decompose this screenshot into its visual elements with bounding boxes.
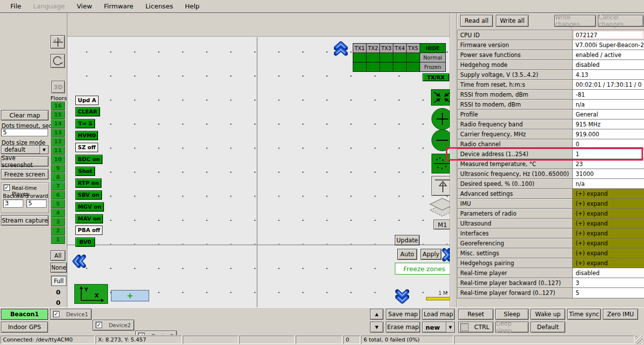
time-sync-button[interactable]: Time sync [567,309,601,320]
view-3d-button[interactable]: 3D [52,81,65,93]
pan-down-chevron-icon[interactable] [395,289,409,304]
update-button[interactable]: Update [395,235,420,245]
read-all-button[interactable]: Read all [460,15,493,27]
indoor-gps-tab[interactable]: Indoor GPS [1,322,48,333]
param-expand-cell[interactable]: (+) expand [573,219,644,228]
param-expand-cell[interactable]: (+) expand [573,229,644,238]
write-changes-button[interactable]: Write changes [554,15,596,27]
map-button-sbv-on[interactable]: SBV on [75,190,102,200]
menu-item-file[interactable]: File [5,1,27,11]
txrx-button[interactable]: TX/RX [423,73,449,81]
map-button-upd-a[interactable]: Upd A [75,96,99,105]
tx-state-cell[interactable] [406,62,420,72]
menu-item-help[interactable]: Help [179,1,205,11]
dots-size-select[interactable]: default ▼ [1,145,49,154]
floor-button-8[interactable]: 8 [51,173,65,181]
tx-state-cell[interactable] [366,62,380,72]
map-button-pba-off[interactable]: PBA off [75,226,103,235]
apply-button[interactable]: Apply [421,249,441,260]
floors-all-button[interactable]: All [51,250,65,261]
menu-item-licenses[interactable]: Licenses [140,1,178,11]
tx-header-cell[interactable]: TX2 [366,43,380,53]
default-button[interactable]: Default [531,322,565,333]
auto-button[interactable]: Auto [397,249,417,260]
param-value[interactable]: 1 [573,149,644,159]
map-button-bv0[interactable]: BV0 [75,237,95,247]
stream-capture-button[interactable]: Stream capture [1,215,49,226]
map-button-clear[interactable]: CLEAR [75,107,100,116]
dots-timeout-input[interactable]: 5 [1,128,48,136]
param-expand-cell[interactable]: (+) expand [573,189,644,198]
floor-button-4[interactable]: 4 [51,209,65,217]
sleep-button[interactable]: Sleep [495,309,529,320]
tx-state-cell[interactable] [393,53,407,62]
floor-button-2[interactable]: 2 [51,227,65,235]
floor-button-15[interactable]: 15 [51,111,65,119]
menu-item-language[interactable]: Language [28,1,70,11]
load-map-button[interactable]: Load map [422,309,455,320]
floor-button-13[interactable]: 13 [51,128,65,137]
deep-sleep-button[interactable]: Deep sleep [495,322,529,333]
menu-item-firmware[interactable]: Firmware [99,1,139,11]
floor-button-14[interactable]: 14 [51,119,65,128]
tx-header-cell[interactable]: TX3 [379,43,393,53]
map-panel-splitter[interactable] [450,13,457,307]
tx-state-cell[interactable] [393,62,407,72]
floor-button-11[interactable]: 11 [51,146,65,155]
tx-mode-normal[interactable]: Normal [420,53,446,62]
tx-state-cell[interactable] [379,53,393,62]
xy-crosshair-icon[interactable]: xy [51,35,65,49]
param-expand-cell[interactable]: (+) expand [573,248,644,258]
param-expand-cell[interactable]: (+) expand [573,199,644,208]
tx-mode-hide[interactable]: HIDE [420,43,446,53]
add-submap-button[interactable]: + [111,290,149,301]
map-button-sz-off[interactable]: SZ off [75,143,98,152]
floors-none-button[interactable]: None [51,263,67,273]
chevron-down-icon[interactable]: ▼ [40,146,48,154]
device-page-down-button[interactable]: ▼ [370,322,383,333]
map-button-t-5[interactable]: T= 5 [75,119,95,128]
map-button-shot[interactable]: Shot [75,167,95,176]
rotate-icon[interactable] [51,54,65,68]
floor-button-16[interactable]: 16 [51,102,65,110]
map-button-rtp-on[interactable]: RTP on [75,178,102,188]
map-button-mav-on[interactable]: MAV on [75,214,103,224]
pan-left-chevron-icon[interactable] [72,254,87,268]
ctrl-toggle-button[interactable]: CTRL [458,322,493,333]
chevron-down-icon[interactable]: ▼ [446,322,454,332]
map-button-bdc-on[interactable]: BDC on [75,155,103,164]
write-all-button[interactable]: Write all [496,15,529,27]
zero-imu-button[interactable]: Zero IMU [603,309,638,320]
floor-button-7[interactable]: 7 [51,182,65,190]
tx-header-cell[interactable]: TX5 [406,43,420,53]
tx-state-cell[interactable] [353,62,367,72]
tx-state-cell[interactable] [379,62,393,72]
device-toggle-device1[interactable]: ✓Device1 [50,309,92,320]
param-expand-cell[interactable]: (+) expand [573,258,644,268]
tx-header-cell[interactable]: TX1 [353,43,367,53]
floors-full-button[interactable]: Full [51,276,66,286]
backward-input[interactable]: 3 [3,199,23,208]
floor-button-5[interactable]: 5 [51,200,65,208]
device-checkbox[interactable]: ✓ [96,322,102,328]
reset-button[interactable]: Reset [458,309,493,320]
save-map-button[interactable]: Save map [386,309,420,320]
save-screenshot-button[interactable]: Save screenshot [1,156,49,167]
m1-mode-button[interactable]: M1 [433,220,451,230]
floor-button-9[interactable]: 9 [51,164,65,172]
cancel-changes-button[interactable]: Cancel changes [598,15,644,27]
freeze-screen-button[interactable]: Freeze screen [1,169,49,179]
floor-button-6[interactable]: 6 [51,191,65,199]
map-button-mgv-on[interactable]: MGV on [75,202,104,212]
pan-up-chevron-icon[interactable] [334,41,348,56]
tx-state-cell[interactable] [406,53,420,62]
device-checkbox[interactable]: ✓ [53,311,59,317]
forward-input[interactable]: 5 [26,199,47,208]
floor-button-12[interactable]: 12 [51,137,65,146]
tx-mode-frozen[interactable]: Frozen [420,62,446,72]
tx-header-cell[interactable]: TX4 [393,43,407,53]
erase-map-button[interactable]: Erase map [386,322,420,333]
device-page-up-button[interactable]: ▲ [370,309,383,320]
clear-map-button[interactable]: Clear map [1,110,49,120]
param-expand-cell[interactable]: (+) expand [573,209,644,218]
